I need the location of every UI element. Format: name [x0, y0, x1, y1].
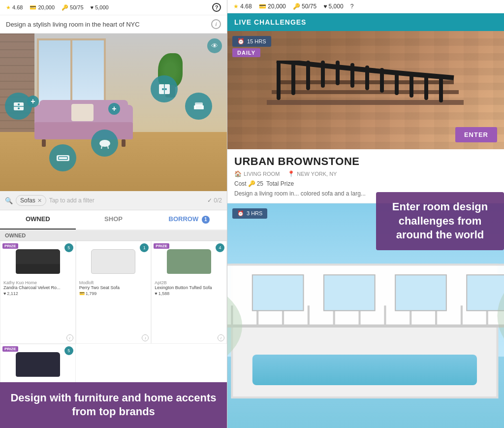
- dresser-icon[interactable]: [5, 93, 32, 120]
- svg-rect-18: [272, 90, 459, 94]
- item-3-image: [155, 244, 223, 279]
- right-help-label: ?: [350, 3, 354, 10]
- right-coins-icon: 💳: [259, 3, 266, 10]
- svg-rect-7: [195, 102, 203, 105]
- item-1-name: Zandra Charcoal Velvet Ro...: [3, 285, 72, 290]
- design-tooltip: Design with furniture and home accents f…: [0, 382, 227, 428]
- svg-point-10: [18, 103, 20, 105]
- live-challenges-title: LIVE CHALLENGES: [234, 18, 306, 26]
- right-keys-icon: 🔑: [293, 3, 300, 10]
- right-diamonds-value: 5,000: [329, 3, 344, 10]
- right-panel: ★ 4.68 💳 20,000 🔑 50/75 ♥ 5,000 ? LIVE C…: [227, 0, 504, 428]
- diamonds-value: 5,000: [95, 4, 109, 10]
- sofa-seat: [34, 122, 133, 139]
- right-keys-stat: 🔑 50/75: [293, 3, 316, 10]
- info-dot-1[interactable]: i: [66, 334, 73, 341]
- furniture-item-1[interactable]: PRIZE 5 Kathy Kuo Home Zandra Charcoal V…: [0, 241, 76, 344]
- search-icon: 🔍: [5, 197, 13, 204]
- table-icon[interactable]: [91, 130, 118, 157]
- key-icon-cost: 🔑: [248, 180, 255, 187]
- filter-tag-label: Sofas: [20, 197, 35, 204]
- room-type-meta: 🏠 LIVING ROOM: [234, 170, 280, 177]
- help-label: ?: [215, 4, 219, 10]
- item-2-image: [79, 244, 148, 279]
- info-dot-2[interactable]: i: [142, 334, 149, 341]
- rug-icon[interactable]: [49, 144, 76, 171]
- item-4-image: [3, 347, 72, 382]
- help-button[interactable]: ?: [212, 3, 221, 12]
- cost-key-value: 25: [257, 180, 263, 187]
- svg-rect-20: [277, 61, 281, 100]
- cabinet-icon[interactable]: [151, 75, 178, 102]
- enter-button-1[interactable]: ENTER: [455, 127, 497, 142]
- furniture-item-2[interactable]: 1 Modloft Perry Two Seat Sofa 💳 1,799 i: [76, 241, 152, 344]
- svg-rect-31: [439, 78, 443, 102]
- count-value: 0/2: [214, 197, 222, 204]
- sofa-filter-tag[interactable]: Sofas ✕: [16, 195, 46, 206]
- number-badge-1: 5: [64, 243, 73, 252]
- enter-button-label: ENTER: [464, 131, 488, 138]
- number-badge-4: 5: [64, 346, 73, 355]
- right-coins-stat: 💳 20,000: [259, 3, 286, 10]
- sofa-white-shape: [91, 249, 135, 274]
- diamonds-stat: ♥ 5,000: [91, 4, 109, 10]
- right-keys-value: 50/75: [302, 3, 316, 10]
- svg-rect-51: [395, 275, 446, 311]
- room-type-icon: 🏠: [234, 170, 242, 177]
- owned-section-label: OWNED: [0, 230, 227, 241]
- filter-placeholder[interactable]: Tap to add a filter: [49, 197, 205, 204]
- tab-shop[interactable]: SHOP: [76, 210, 152, 230]
- challenge-1-title: URBAN BROWNSTONE: [234, 155, 497, 168]
- number-badge-2: 1: [140, 243, 149, 252]
- coins-icon: 💳: [30, 4, 36, 11]
- challenge-image-1: ⏰ 15 HRS DAILY ENTER: [227, 31, 504, 149]
- design-tooltip-text: Design with furniture and home accents f…: [8, 391, 219, 419]
- tab-owned-label: OWNED: [26, 215, 50, 223]
- left-panel: ★ 4.68 💳 20,000 🔑 50/75 ♥ 5,000 ? Design…: [0, 0, 227, 428]
- time-value-2: 3 HRS: [247, 210, 262, 216]
- room-title: Design a stylish living room in the hear…: [6, 21, 207, 28]
- tab-borrow[interactable]: BORROW 1: [151, 210, 227, 230]
- sofa-green-shape: [167, 249, 211, 274]
- item-3-name: Lexington Button Tufted Sofa: [155, 285, 223, 290]
- right-rating-stat: ★ 4.68: [233, 3, 252, 10]
- right-help-button[interactable]: ?: [350, 3, 354, 10]
- svg-point-11: [18, 107, 20, 109]
- right-panel-inner: ★ 4.68 💳 20,000 🔑 50/75 ♥ 5,000 ? LIVE C…: [227, 0, 504, 428]
- price-value-2: 1,799: [86, 291, 97, 296]
- plus-button-1[interactable]: +: [27, 96, 39, 107]
- svg-rect-6: [202, 105, 204, 109]
- room-info-button[interactable]: i: [211, 19, 221, 29]
- svg-line-14: [108, 146, 108, 149]
- eye-icon[interactable]: 👁: [207, 38, 222, 53]
- tab-owned[interactable]: OWNED: [0, 210, 76, 230]
- item-1-brand: Kathy Kuo Home: [3, 280, 72, 285]
- challenge-1-cost: Cost 🔑 25 Total Prize: [234, 180, 497, 187]
- svg-rect-48: [252, 355, 477, 385]
- right-diamonds-icon: ♥: [323, 3, 327, 10]
- plus-button-2[interactable]: +: [108, 103, 120, 115]
- owned-label-text: OWNED: [5, 232, 26, 238]
- borrow-badge: 1: [202, 216, 210, 224]
- prize-badge-3: PRIZE: [154, 243, 169, 249]
- furniture-item-3[interactable]: PRIZE 4 Apt2B Lexington Button Tufted So…: [151, 241, 227, 344]
- room-type-value: LIVING ROOM: [244, 171, 280, 177]
- info-dot-3[interactable]: i: [218, 334, 224, 341]
- daily-badge: DAILY: [232, 48, 260, 57]
- furniture-item-4[interactable]: PRIZE 5 Apt: [0, 344, 76, 383]
- right-star-icon: ★: [233, 3, 239, 10]
- right-coins-value: 20,000: [268, 3, 286, 10]
- item-2-price: 💳 1,799: [79, 291, 148, 296]
- svg-point-3: [165, 88, 167, 90]
- svg-point-2: [162, 88, 164, 90]
- coins-value: 20,000: [38, 4, 55, 10]
- filter-tag-close[interactable]: ✕: [37, 198, 42, 204]
- keys-stat: 🔑 50/75: [62, 4, 84, 11]
- rating-value: 4.68: [12, 4, 23, 10]
- challenge-card-1: ⏰ 15 HRS DAILY ENTER URBAN BROWNSTONE 🏠: [227, 31, 504, 203]
- cost-label: Cost: [234, 180, 247, 187]
- prize-badge-4: PRIZE: [2, 346, 18, 352]
- armchair-icon[interactable]: [185, 93, 212, 120]
- clock-icon-2: ⏰: [237, 210, 244, 217]
- item-4-number: 5: [67, 348, 70, 353]
